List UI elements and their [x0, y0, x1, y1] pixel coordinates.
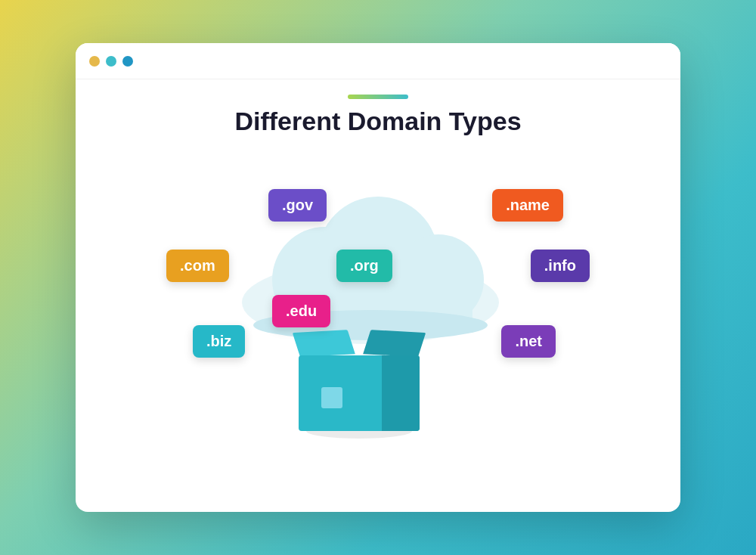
badge-gov: .gov [268, 189, 327, 222]
badge-name: .name [492, 189, 563, 222]
badge-edu: .edu [272, 295, 330, 327]
window-dot-minimize[interactable] [106, 56, 116, 67]
open-box [299, 333, 420, 431]
window-dot-maximize[interactable] [122, 56, 133, 67]
badge-com: .com [166, 250, 229, 282]
badge-org: .org [336, 250, 392, 282]
accent-bar [348, 95, 408, 99]
box-flap-left [293, 330, 355, 357]
badge-biz: .biz [193, 325, 245, 358]
box-body-side [382, 355, 420, 431]
page-title: Different Domain Types [234, 107, 521, 136]
titlebar [76, 43, 680, 79]
window-dot-close[interactable] [89, 56, 100, 67]
box-flap-right [363, 330, 426, 357]
box-tab [321, 387, 342, 408]
badge-net: .net [501, 325, 556, 358]
content-area: Different Domain Types [76, 79, 680, 512]
box-body [299, 355, 420, 431]
browser-window: Different Domain Types [76, 43, 680, 512]
badge-info: .info [531, 250, 590, 282]
illustration: .com .gov .name .org .edu .info .biz .ne… [151, 151, 605, 469]
